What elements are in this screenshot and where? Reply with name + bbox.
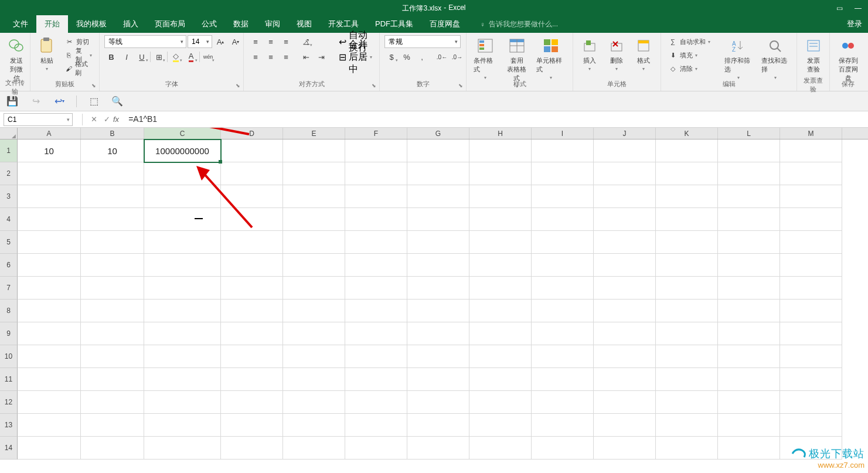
font-name-combo[interactable]: 等线 [104,35,186,48]
cell-K12[interactable] [656,391,718,414]
col-header-H[interactable]: H [469,128,532,139]
cell-D9[interactable] [221,322,283,345]
conditional-format-button[interactable]: 条件格式▾ [471,35,499,81]
cell-F14[interactable] [345,437,407,460]
cell-H13[interactable] [469,414,532,437]
cell-E7[interactable] [283,277,345,300]
cell-H4[interactable] [469,208,532,231]
cell-H11[interactable] [469,368,532,391]
cell-G1[interactable] [407,139,469,162]
cell-G3[interactable] [407,185,469,208]
font-size-combo[interactable]: 14 [188,35,212,48]
tab-pdf[interactable]: PDF工具集 [367,15,421,33]
cell-H9[interactable] [469,322,532,345]
col-header-I[interactable]: I [532,128,594,139]
cell-D8[interactable] [221,300,283,322]
cell-F8[interactable] [345,300,407,322]
cell-D3[interactable] [221,185,283,208]
autosum-button[interactable]: ∑自动求和▾ [666,35,719,48]
font-launcher[interactable]: ⬊ [234,81,242,90]
sort-filter-button[interactable]: AZ 排序和筛选▾ [722,35,755,81]
print-preview-button[interactable]: 🔍 [111,95,124,108]
cell-I10[interactable] [532,345,594,368]
cell-I2[interactable] [532,162,594,185]
row-header-7[interactable]: 7 [0,277,18,300]
cell-F2[interactable] [345,162,407,185]
underline-button[interactable]: U [135,50,149,63]
merge-center-button[interactable]: ⊟合并后居中▾ [336,50,375,63]
cell-C4[interactable] [144,208,221,231]
font-color-button[interactable]: A [184,50,198,63]
col-header-B[interactable]: B [81,128,144,139]
cell-D5[interactable] [221,231,283,254]
tab-file[interactable]: 文件 [5,15,36,33]
increase-font-button[interactable]: A▴ [213,35,227,48]
cell-E13[interactable] [283,414,345,437]
cell-E3[interactable] [283,185,345,208]
row-header-2[interactable]: 2 [0,162,18,185]
cell-K5[interactable] [656,231,718,254]
align-center-button[interactable]: ≡ [264,50,278,63]
cell-M1[interactable] [780,139,842,162]
cell-C14[interactable] [144,437,221,460]
cell-D12[interactable] [221,391,283,414]
cell-I9[interactable] [532,322,594,345]
insert-cells-button[interactable]: 插入▾ [578,35,601,73]
fill-color-button[interactable]: ◇ [169,50,183,63]
cell-G5[interactable] [407,231,469,254]
cell-A6[interactable] [18,254,81,277]
cell-H10[interactable] [469,345,532,368]
cell-A11[interactable] [18,368,81,391]
cell-K3[interactable] [656,185,718,208]
cell-C13[interactable] [144,414,221,437]
cell-K1[interactable] [656,139,718,162]
row-header-5[interactable]: 5 [0,231,18,254]
cell-B9[interactable] [81,322,144,345]
cell-I11[interactable] [532,368,594,391]
cell-F9[interactable] [345,322,407,345]
cell-E4[interactable] [283,208,345,231]
cell-K9[interactable] [656,322,718,345]
clipboard-launcher[interactable]: ⬊ [90,81,98,90]
cell-E11[interactable] [283,368,345,391]
save-baidu-button[interactable]: 保存到 百度网盘 [835,35,862,84]
cell-B11[interactable] [81,368,144,391]
cell-A9[interactable] [18,322,81,345]
cell-J12[interactable] [594,391,656,414]
row-header-8[interactable]: 8 [0,300,18,322]
cell-A3[interactable] [18,185,81,208]
find-select-button[interactable]: 查找和选择▾ [759,35,792,81]
tab-view[interactable]: 视图 [288,15,320,33]
cell-M11[interactable] [780,368,842,391]
cell-F5[interactable] [345,231,407,254]
minimize-icon[interactable]: ― [853,4,863,12]
cell-D7[interactable] [221,277,283,300]
cell-G13[interactable] [407,414,469,437]
cell-F3[interactable] [345,185,407,208]
comma-button[interactable]: , [415,50,429,63]
cell-G10[interactable] [407,345,469,368]
cell-G11[interactable] [407,368,469,391]
cell-M7[interactable] [780,277,842,300]
row-header-9[interactable]: 9 [0,322,18,345]
align-left-button[interactable]: ≡ [249,50,263,63]
row-header-1[interactable]: 1 [0,139,18,162]
cell-C9[interactable] [144,322,221,345]
cell-L14[interactable] [718,437,780,460]
tab-home[interactable]: 开始 [36,15,68,33]
italic-button[interactable]: I [120,50,134,63]
cell-C7[interactable] [144,277,221,300]
cell-A5[interactable] [18,231,81,254]
cell-B10[interactable] [81,345,144,368]
accounting-format-button[interactable]: $ [384,50,399,63]
cell-A1[interactable]: 10 [18,139,81,162]
cell-H6[interactable] [469,254,532,277]
cell-K2[interactable] [656,162,718,185]
cell-M3[interactable] [780,185,842,208]
col-header-K[interactable]: K [656,128,718,139]
cell-L2[interactable] [718,162,780,185]
cell-J8[interactable] [594,300,656,322]
cell-H12[interactable] [469,391,532,414]
cell-K7[interactable] [656,277,718,300]
cell-D11[interactable] [221,368,283,391]
